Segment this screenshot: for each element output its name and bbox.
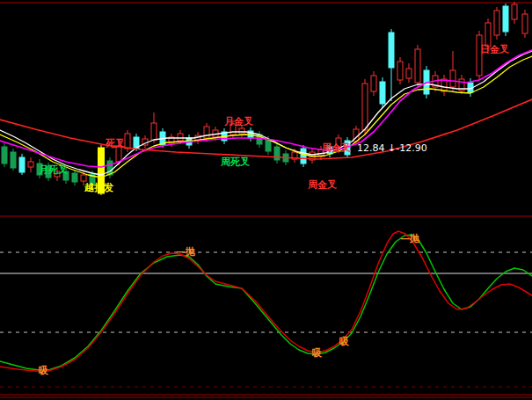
chart-annotation: —抛 — [176, 247, 195, 257]
candle-body — [125, 134, 130, 149]
K-line — [0, 235, 532, 370]
candle-body — [389, 33, 394, 68]
candle-body — [450, 70, 455, 87]
candle-body — [81, 175, 86, 181]
candle-body — [72, 173, 77, 182]
candle-body — [28, 162, 33, 167]
candle-body — [512, 4, 517, 19]
candle-body — [380, 82, 385, 104]
chart-annotation: 吸 — [312, 348, 322, 358]
candle-body — [406, 69, 412, 78]
candle-body — [371, 76, 376, 91]
candle-body — [239, 128, 244, 134]
chart-annotation: 吸 — [339, 337, 349, 346]
candle-body — [503, 6, 508, 32]
chart-annotation: 越拉发 — [84, 183, 113, 193]
candle-body — [477, 35, 482, 76]
candle-body — [11, 152, 16, 168]
candle-body — [301, 149, 306, 164]
chart-annotation: 日金叉 — [480, 45, 509, 55]
candle-body — [397, 62, 403, 80]
candle-body — [494, 11, 499, 35]
candle-body — [415, 49, 420, 83]
candle-body — [19, 157, 25, 172]
candle-body — [274, 147, 280, 160]
chart-annotation: 周金叉 — [322, 143, 351, 153]
candle-body — [522, 14, 528, 33]
candle-body — [266, 140, 271, 151]
chart-canvas[interactable] — [0, 0, 532, 400]
stock-chart-screen: 死叉月死叉越拉发月金叉周死叉周金叉周金叉12.84 ↓-12.90日金叉—抛—抛… — [0, 0, 532, 400]
candle-body — [362, 84, 368, 130]
chart-annotation: —抛 — [400, 234, 419, 244]
chart-annotation: 周死叉 — [221, 157, 250, 167]
candle-body — [2, 147, 7, 164]
chart-annotation: 周金叉 — [308, 180, 337, 190]
chart-annotation: 月死叉 — [39, 165, 68, 175]
candle-body — [151, 123, 157, 140]
candle-body — [178, 134, 183, 141]
chart-annotation: 月金叉 — [224, 117, 253, 127]
chart-annotation: 吸 — [39, 366, 48, 375]
chart-annotation: 死叉 — [106, 139, 125, 149]
chart-annotation: 12.84 ↓-12.90 — [357, 143, 427, 153]
